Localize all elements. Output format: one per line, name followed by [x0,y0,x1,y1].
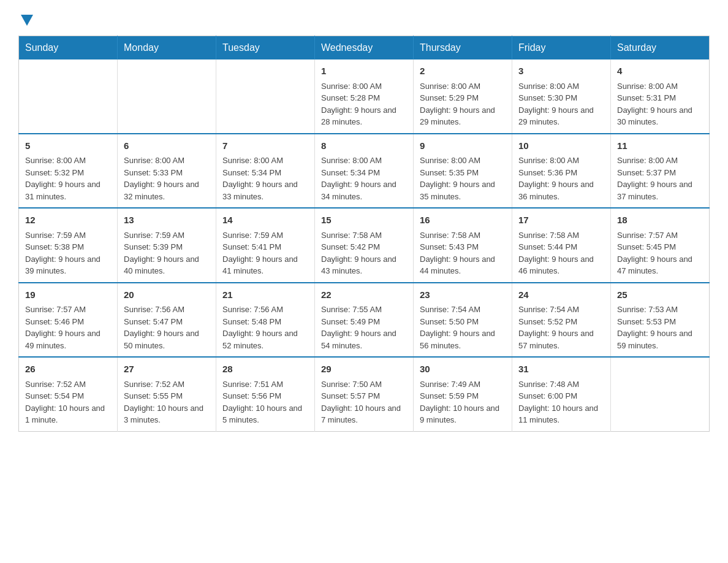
calendar-day-cell: 14Sunrise: 7:59 AMSunset: 5:41 PMDayligh… [216,208,315,283]
calendar-day-cell: 2Sunrise: 8:00 AMSunset: 5:29 PMDaylight… [414,59,512,134]
calendar-week-row: 26Sunrise: 7:52 AMSunset: 5:54 PMDayligh… [19,357,710,431]
calendar-day-cell: 23Sunrise: 7:54 AMSunset: 5:50 PMDayligh… [414,283,512,358]
day-number: 22 [321,288,407,302]
calendar-day-cell: 10Sunrise: 8:00 AMSunset: 5:36 PMDayligh… [512,134,611,209]
day-number: 12 [25,213,111,228]
day-info: Sunrise: 7:58 AMSunset: 5:44 PMDaylight:… [518,229,604,277]
day-info: Sunrise: 7:52 AMSunset: 5:54 PMDaylight:… [25,378,111,426]
day-info: Sunrise: 7:51 AMSunset: 5:56 PMDaylight:… [222,378,308,426]
day-number: 17 [518,213,604,228]
calendar-day-cell [19,59,118,134]
day-number: 26 [25,362,111,377]
calendar-day-cell [611,357,710,431]
calendar-day-cell: 13Sunrise: 7:59 AMSunset: 5:39 PMDayligh… [118,208,216,283]
calendar-day-cell: 30Sunrise: 7:49 AMSunset: 5:59 PMDayligh… [414,357,512,431]
day-info: Sunrise: 7:57 AMSunset: 5:45 PMDaylight:… [617,229,703,277]
day-number: 11 [617,139,703,153]
day-info: Sunrise: 7:59 AMSunset: 5:39 PMDaylight:… [124,229,210,277]
day-number: 3 [518,64,604,79]
calendar-day-cell: 4Sunrise: 8:00 AMSunset: 5:31 PMDaylight… [611,59,710,134]
day-of-week-header: Thursday [414,36,512,60]
day-number: 23 [420,288,506,302]
calendar-day-cell: 28Sunrise: 7:51 AMSunset: 5:56 PMDayligh… [216,357,315,431]
day-info: Sunrise: 8:00 AMSunset: 5:31 PMDaylight:… [617,80,703,128]
calendar-week-row: 5Sunrise: 8:00 AMSunset: 5:32 PMDaylight… [19,134,710,209]
day-number: 5 [25,139,111,153]
day-number: 19 [25,288,111,302]
logo [18,12,33,23]
day-info: Sunrise: 8:00 AMSunset: 5:29 PMDaylight:… [420,80,506,128]
calendar-day-cell: 20Sunrise: 7:56 AMSunset: 5:47 PMDayligh… [118,283,216,358]
calendar-day-cell: 9Sunrise: 8:00 AMSunset: 5:35 PMDaylight… [414,134,512,209]
day-number: 9 [420,139,506,153]
day-number: 10 [518,139,604,153]
day-of-week-header: Tuesday [216,36,315,60]
calendar-week-row: 12Sunrise: 7:59 AMSunset: 5:38 PMDayligh… [19,208,710,283]
calendar-week-row: 1Sunrise: 8:00 AMSunset: 5:28 PMDaylight… [19,59,710,134]
day-info: Sunrise: 8:00 AMSunset: 5:32 PMDaylight:… [25,155,111,202]
day-number: 13 [124,213,210,228]
day-number: 30 [420,362,506,377]
day-info: Sunrise: 8:00 AMSunset: 5:34 PMDaylight:… [321,155,407,202]
calendar-day-cell: 12Sunrise: 7:59 AMSunset: 5:38 PMDayligh… [19,208,118,283]
calendar-day-cell: 8Sunrise: 8:00 AMSunset: 5:34 PMDaylight… [315,134,414,209]
calendar-week-row: 19Sunrise: 7:57 AMSunset: 5:46 PMDayligh… [19,283,710,358]
calendar-day-cell: 22Sunrise: 7:55 AMSunset: 5:49 PMDayligh… [315,283,414,358]
day-of-week-header: Wednesday [315,36,414,60]
calendar-day-cell: 1Sunrise: 8:00 AMSunset: 5:28 PMDaylight… [315,59,414,134]
day-info: Sunrise: 7:49 AMSunset: 5:59 PMDaylight:… [420,378,506,426]
day-number: 16 [420,213,506,228]
day-of-week-header: Friday [512,36,611,60]
day-info: Sunrise: 8:00 AMSunset: 5:35 PMDaylight:… [420,155,506,202]
page-header [18,12,710,23]
calendar-day-cell: 24Sunrise: 7:54 AMSunset: 5:52 PMDayligh… [512,283,611,358]
calendar-day-cell [118,59,216,134]
day-of-week-header: Sunday [19,36,118,60]
day-info: Sunrise: 7:57 AMSunset: 5:46 PMDaylight:… [25,304,111,351]
day-number: 25 [617,288,703,302]
day-info: Sunrise: 7:48 AMSunset: 6:00 PMDaylight:… [518,378,604,426]
day-number: 18 [617,213,703,228]
calendar-day-cell: 3Sunrise: 8:00 AMSunset: 5:30 PMDaylight… [512,59,611,134]
day-info: Sunrise: 8:00 AMSunset: 5:30 PMDaylight:… [518,80,604,128]
day-number: 1 [321,64,407,79]
day-number: 24 [518,288,604,302]
day-number: 6 [124,139,210,153]
day-number: 28 [222,362,308,377]
day-info: Sunrise: 7:52 AMSunset: 5:55 PMDaylight:… [124,378,210,426]
day-number: 4 [617,64,703,79]
day-of-week-header: Saturday [611,36,710,60]
day-info: Sunrise: 7:58 AMSunset: 5:42 PMDaylight:… [321,229,407,277]
day-number: 21 [222,288,308,302]
day-number: 8 [321,139,407,153]
calendar-day-cell: 6Sunrise: 8:00 AMSunset: 5:33 PMDaylight… [118,134,216,209]
logo-triangle-icon [21,15,33,26]
day-of-week-header: Monday [118,36,216,60]
day-info: Sunrise: 7:56 AMSunset: 5:48 PMDaylight:… [222,304,308,351]
calendar-header-row: SundayMondayTuesdayWednesdayThursdayFrid… [19,36,710,60]
day-info: Sunrise: 7:54 AMSunset: 5:50 PMDaylight:… [420,304,506,351]
day-info: Sunrise: 8:00 AMSunset: 5:28 PMDaylight:… [321,80,407,128]
calendar-day-cell: 7Sunrise: 8:00 AMSunset: 5:34 PMDaylight… [216,134,315,209]
calendar-day-cell: 29Sunrise: 7:50 AMSunset: 5:57 PMDayligh… [315,357,414,431]
day-info: Sunrise: 8:00 AMSunset: 5:33 PMDaylight:… [124,155,210,202]
day-number: 2 [420,64,506,79]
day-info: Sunrise: 8:00 AMSunset: 5:37 PMDaylight:… [617,155,703,202]
day-number: 29 [321,362,407,377]
day-info: Sunrise: 7:50 AMSunset: 5:57 PMDaylight:… [321,378,407,426]
day-info: Sunrise: 8:00 AMSunset: 5:34 PMDaylight:… [222,155,308,202]
day-info: Sunrise: 7:58 AMSunset: 5:43 PMDaylight:… [420,229,506,277]
calendar-day-cell: 27Sunrise: 7:52 AMSunset: 5:55 PMDayligh… [118,357,216,431]
calendar-day-cell: 18Sunrise: 7:57 AMSunset: 5:45 PMDayligh… [611,208,710,283]
day-info: Sunrise: 7:56 AMSunset: 5:47 PMDaylight:… [124,304,210,351]
day-info: Sunrise: 7:54 AMSunset: 5:52 PMDaylight:… [518,304,604,351]
calendar-table: SundayMondayTuesdayWednesdayThursdayFrid… [18,36,710,432]
calendar-day-cell: 21Sunrise: 7:56 AMSunset: 5:48 PMDayligh… [216,283,315,358]
day-number: 27 [124,362,210,377]
calendar-day-cell: 19Sunrise: 7:57 AMSunset: 5:46 PMDayligh… [19,283,118,358]
day-number: 14 [222,213,308,228]
calendar-day-cell [216,59,315,134]
day-info: Sunrise: 7:55 AMSunset: 5:49 PMDaylight:… [321,304,407,351]
calendar-day-cell: 16Sunrise: 7:58 AMSunset: 5:43 PMDayligh… [414,208,512,283]
day-info: Sunrise: 7:53 AMSunset: 5:53 PMDaylight:… [617,304,703,351]
